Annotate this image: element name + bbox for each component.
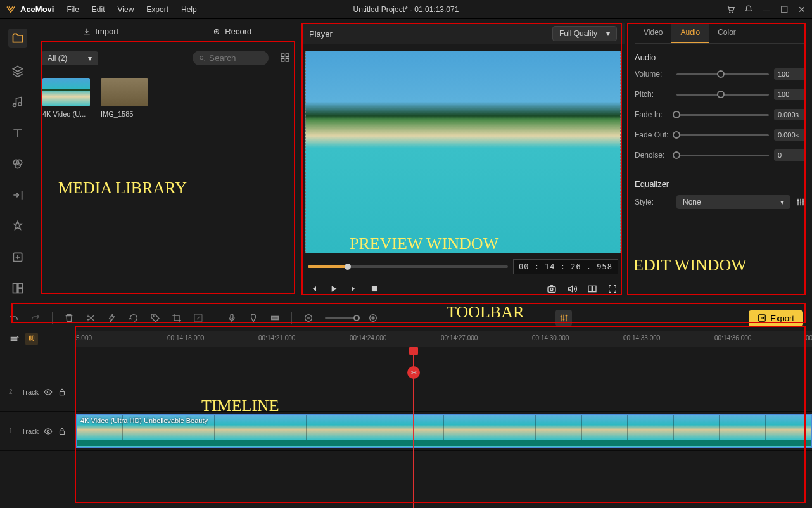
redo-button[interactable] bbox=[30, 313, 41, 323]
track-content[interactable] bbox=[76, 372, 812, 411]
tab-audio[interactable]: Audio bbox=[671, 23, 709, 43]
record-tab[interactable]: Record bbox=[167, 19, 298, 44]
tab-video[interactable]: Video bbox=[635, 23, 671, 43]
fullscreen-icon[interactable] bbox=[607, 283, 618, 295]
record-icon bbox=[212, 27, 221, 36]
svg-point-10 bbox=[216, 30, 219, 33]
pitch-value[interactable]: 100 bbox=[774, 89, 806, 100]
media-item-label: IMG_1585 bbox=[101, 110, 151, 118]
export-button[interactable]: Export bbox=[749, 310, 803, 326]
volume-value[interactable]: 100 bbox=[774, 68, 806, 80]
svg-rect-31 bbox=[60, 391, 65, 395]
cart-icon[interactable] bbox=[726, 4, 736, 15]
lock-icon[interactable] bbox=[58, 388, 67, 397]
split-at-playhead-icon[interactable]: ✂ bbox=[407, 366, 420, 379]
svg-rect-6 bbox=[13, 284, 17, 293]
media-filter-dropdown[interactable]: All (2) ▾ bbox=[41, 51, 98, 65]
search-input[interactable] bbox=[209, 53, 262, 63]
app-logo-icon bbox=[5, 4, 16, 15]
edit-panel: Video Audio Color Audio Volume: 100 Pitc… bbox=[628, 19, 812, 305]
menu-edit[interactable]: Edit bbox=[86, 3, 111, 16]
menu-help[interactable]: Help bbox=[175, 3, 203, 16]
menu-export[interactable]: Export bbox=[140, 3, 175, 16]
track-content[interactable]: 4K Video (Ultra HD) Unbelievable Beauty bbox=[76, 412, 812, 450]
next-frame-button[interactable] bbox=[348, 283, 360, 295]
search-input-wrap[interactable] bbox=[193, 51, 269, 65]
media-rail-icon[interactable] bbox=[8, 29, 27, 48]
eq-style-dropdown[interactable]: None ▾ bbox=[676, 195, 790, 209]
prev-frame-button[interactable] bbox=[308, 283, 319, 295]
preview-canvas[interactable] bbox=[305, 51, 621, 253]
denoise-slider[interactable] bbox=[676, 155, 769, 156]
lock-icon[interactable] bbox=[58, 427, 67, 436]
volume-slider[interactable] bbox=[676, 73, 769, 75]
media-item[interactable]: 4K Video (U... bbox=[42, 78, 93, 118]
eye-icon[interactable] bbox=[44, 427, 53, 436]
fit-button[interactable] bbox=[270, 313, 280, 323]
zoom-in-button[interactable] bbox=[368, 313, 378, 323]
filter-value: All (2) bbox=[48, 54, 67, 63]
stop-button[interactable] bbox=[369, 283, 380, 295]
pitch-slider[interactable] bbox=[676, 94, 769, 96]
media-item[interactable]: IMG_1585 bbox=[101, 78, 151, 118]
close-button[interactable]: ✕ bbox=[797, 4, 807, 15]
export-rail-icon[interactable] bbox=[10, 250, 25, 265]
maximize-button[interactable]: ☐ bbox=[779, 4, 789, 15]
timeline-clip[interactable]: 4K Video (Ultra HD) Unbelievable Beauty bbox=[76, 414, 812, 448]
zoom-slider[interactable] bbox=[325, 317, 357, 319]
text-rail-icon[interactable] bbox=[10, 125, 25, 141]
split-button[interactable] bbox=[86, 313, 96, 323]
eye-icon[interactable] bbox=[44, 388, 53, 397]
menu-file[interactable]: File bbox=[60, 3, 85, 16]
seek-thumb[interactable] bbox=[345, 264, 351, 270]
svg-rect-25 bbox=[231, 314, 233, 319]
eq-section-title: Equalizer bbox=[635, 179, 806, 189]
audio-rail-icon[interactable] bbox=[10, 94, 25, 110]
tag-button[interactable] bbox=[150, 313, 160, 323]
compare-icon[interactable] bbox=[587, 283, 598, 295]
divider bbox=[635, 170, 806, 170]
snapshot-icon[interactable] bbox=[546, 283, 557, 295]
delete-button[interactable] bbox=[64, 313, 74, 323]
timeline-ruler[interactable]: 5.000 00:14:18.000 00:14:21.000 00:14:24… bbox=[0, 331, 812, 347]
svg-point-30 bbox=[47, 391, 49, 393]
split-rail-icon[interactable] bbox=[10, 281, 25, 296]
svg-point-11 bbox=[200, 56, 203, 59]
rotate-button[interactable] bbox=[129, 313, 139, 323]
magnet-icon[interactable] bbox=[25, 333, 38, 345]
track-label: Track bbox=[22, 428, 39, 435]
marker-button[interactable] bbox=[248, 313, 258, 323]
titlebar: AceMovi File Edit View Export Help Untit… bbox=[0, 0, 812, 19]
fadein-value[interactable]: 0.000s bbox=[774, 109, 806, 120]
edit-button[interactable] bbox=[193, 313, 203, 323]
tab-color[interactable]: Color bbox=[709, 23, 745, 43]
speed-button[interactable] bbox=[107, 313, 117, 323]
eq-settings-icon[interactable] bbox=[796, 197, 806, 207]
crop-button[interactable] bbox=[172, 313, 182, 323]
zoom-out-button[interactable] bbox=[303, 313, 314, 323]
undo-button[interactable] bbox=[9, 313, 19, 323]
timeline-settings-button[interactable] bbox=[555, 310, 572, 326]
minimize-button[interactable]: ─ bbox=[761, 4, 771, 15]
volume-icon[interactable] bbox=[566, 283, 578, 295]
fadeout-slider[interactable] bbox=[676, 134, 769, 136]
playhead[interactable]: ✂ bbox=[413, 347, 414, 508]
fadein-slider[interactable] bbox=[676, 114, 769, 116]
filters-rail-icon[interactable] bbox=[10, 156, 25, 172]
quality-dropdown[interactable]: Full Quality ▾ bbox=[552, 26, 617, 41]
menu-view[interactable]: View bbox=[111, 3, 141, 16]
denoise-value[interactable]: 0 bbox=[774, 149, 806, 161]
bell-icon[interactable] bbox=[744, 4, 754, 15]
seek-bar[interactable] bbox=[308, 265, 508, 268]
voiceover-button[interactable] bbox=[227, 313, 237, 323]
import-icon bbox=[82, 27, 91, 36]
transitions-rail-icon[interactable] bbox=[10, 187, 25, 203]
fadeout-value[interactable]: 0.000s bbox=[774, 129, 806, 141]
add-track-icon[interactable] bbox=[9, 334, 19, 344]
grid-view-icon[interactable] bbox=[280, 53, 291, 64]
fadeout-label: Fade Out: bbox=[635, 130, 671, 139]
import-tab[interactable]: Import bbox=[35, 19, 167, 44]
layers-rail-icon[interactable] bbox=[10, 63, 25, 79]
play-button[interactable] bbox=[328, 283, 339, 295]
elements-rail-icon[interactable] bbox=[10, 219, 25, 234]
